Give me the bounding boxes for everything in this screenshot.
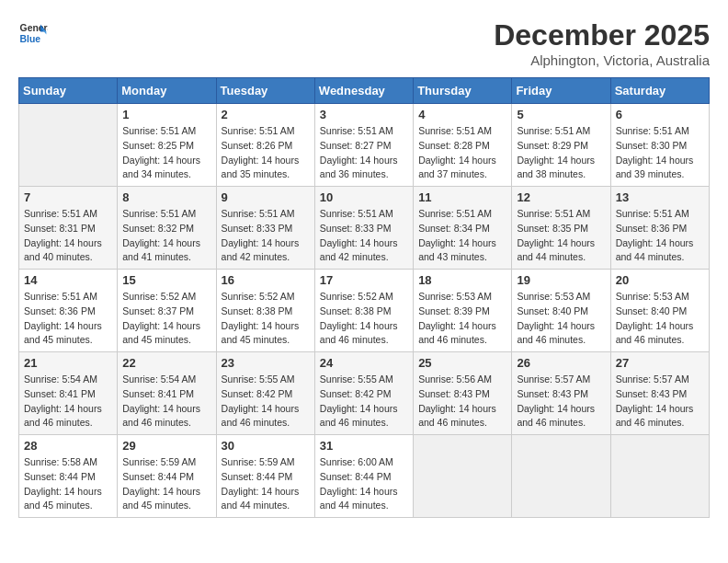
page-header: General Blue December 2025 Alphington, V… — [18, 18, 710, 68]
day-cell: 2Sunrise: 5:51 AM Sunset: 8:26 PM Daylig… — [216, 104, 314, 187]
day-cell: 26Sunrise: 5:57 AM Sunset: 8:43 PM Dayli… — [512, 352, 610, 435]
day-number: 4 — [418, 108, 506, 121]
calendar-table: SundayMondayTuesdayWednesdayThursdayFrid… — [18, 77, 710, 518]
day-number: 13 — [616, 190, 704, 204]
day-number: 31 — [320, 439, 408, 453]
day-number: 8 — [122, 190, 210, 204]
day-cell: 8Sunrise: 5:51 AM Sunset: 8:32 PM Daylig… — [118, 187, 216, 270]
day-number: 11 — [418, 190, 506, 204]
day-info: Sunrise: 5:57 AM Sunset: 8:43 PM Dayligh… — [517, 373, 605, 431]
day-cell: 18Sunrise: 5:53 AM Sunset: 8:39 PM Dayli… — [414, 270, 512, 352]
week-row-5: 28Sunrise: 5:58 AM Sunset: 8:44 PM Dayli… — [19, 435, 710, 518]
day-info: Sunrise: 5:53 AM Sunset: 8:39 PM Dayligh… — [418, 290, 506, 348]
day-number: 30 — [222, 439, 310, 453]
week-row-2: 7Sunrise: 5:51 AM Sunset: 8:31 PM Daylig… — [19, 187, 710, 270]
day-cell — [19, 104, 118, 187]
day-info: Sunrise: 5:51 AM Sunset: 8:28 PM Dayligh… — [418, 124, 506, 182]
location: Alphington, Victoria, Australia — [494, 52, 710, 68]
day-cell: 27Sunrise: 5:57 AM Sunset: 8:43 PM Dayli… — [610, 352, 709, 435]
day-info: Sunrise: 5:54 AM Sunset: 8:41 PM Dayligh… — [24, 373, 112, 431]
day-number: 1 — [122, 108, 210, 121]
day-number: 10 — [320, 190, 408, 204]
day-cell: 5Sunrise: 5:51 AM Sunset: 8:29 PM Daylig… — [512, 104, 610, 187]
month-year: December 2025 — [494, 18, 710, 52]
day-number: 22 — [122, 356, 210, 370]
day-cell: 1Sunrise: 5:51 AM Sunset: 8:25 PM Daylig… — [118, 104, 216, 187]
day-cell: 22Sunrise: 5:54 AM Sunset: 8:41 PM Dayli… — [118, 352, 216, 435]
day-cell: 13Sunrise: 5:51 AM Sunset: 8:36 PM Dayli… — [610, 187, 709, 270]
day-cell: 19Sunrise: 5:53 AM Sunset: 8:40 PM Dayli… — [512, 270, 610, 352]
week-row-4: 21Sunrise: 5:54 AM Sunset: 8:41 PM Dayli… — [19, 352, 710, 435]
day-cell — [610, 435, 709, 518]
day-number: 28 — [24, 439, 112, 453]
day-number: 14 — [24, 273, 112, 287]
day-number: 12 — [517, 190, 605, 204]
day-number: 15 — [122, 273, 210, 287]
day-cell: 29Sunrise: 5:59 AM Sunset: 8:44 PM Dayli… — [118, 435, 216, 518]
day-number: 25 — [418, 356, 506, 370]
day-cell: 16Sunrise: 5:52 AM Sunset: 8:38 PM Dayli… — [216, 270, 314, 352]
day-number: 26 — [517, 356, 605, 370]
day-info: Sunrise: 5:54 AM Sunset: 8:41 PM Dayligh… — [122, 373, 210, 431]
day-number: 9 — [222, 190, 310, 204]
day-info: Sunrise: 5:52 AM Sunset: 8:38 PM Dayligh… — [222, 290, 310, 348]
day-cell: 14Sunrise: 5:51 AM Sunset: 8:36 PM Dayli… — [19, 270, 118, 352]
day-info: Sunrise: 5:51 AM Sunset: 8:35 PM Dayligh… — [517, 207, 605, 265]
day-cell: 11Sunrise: 5:51 AM Sunset: 8:34 PM Dayli… — [414, 187, 512, 270]
day-cell: 15Sunrise: 5:52 AM Sunset: 8:37 PM Dayli… — [118, 270, 216, 352]
day-number: 5 — [517, 108, 605, 121]
week-row-3: 14Sunrise: 5:51 AM Sunset: 8:36 PM Dayli… — [19, 270, 710, 352]
day-cell: 30Sunrise: 5:59 AM Sunset: 8:44 PM Dayli… — [216, 435, 314, 518]
day-number: 23 — [222, 356, 310, 370]
day-cell: 24Sunrise: 5:55 AM Sunset: 8:42 PM Dayli… — [314, 352, 413, 435]
day-number: 20 — [616, 273, 704, 287]
week-row-1: 1Sunrise: 5:51 AM Sunset: 8:25 PM Daylig… — [19, 104, 710, 187]
day-cell: 6Sunrise: 5:51 AM Sunset: 8:30 PM Daylig… — [610, 104, 709, 187]
header-day-friday: Friday — [512, 78, 610, 104]
day-cell — [414, 435, 512, 518]
day-info: Sunrise: 5:51 AM Sunset: 8:29 PM Dayligh… — [517, 124, 605, 182]
logo-icon: General Blue — [18, 18, 48, 48]
day-number: 3 — [320, 108, 408, 121]
day-number: 6 — [616, 108, 704, 121]
day-info: Sunrise: 5:51 AM Sunset: 8:30 PM Dayligh… — [616, 124, 704, 182]
day-number: 16 — [222, 273, 310, 287]
day-cell: 10Sunrise: 5:51 AM Sunset: 8:33 PM Dayli… — [314, 187, 413, 270]
header-day-thursday: Thursday — [414, 78, 512, 104]
day-cell: 21Sunrise: 5:54 AM Sunset: 8:41 PM Dayli… — [19, 352, 118, 435]
header-day-tuesday: Tuesday — [216, 78, 314, 104]
day-number: 29 — [122, 439, 210, 453]
svg-text:Blue: Blue — [20, 34, 41, 44]
logo: General Blue — [18, 18, 48, 48]
day-cell: 7Sunrise: 5:51 AM Sunset: 8:31 PM Daylig… — [19, 187, 118, 270]
day-info: Sunrise: 5:51 AM Sunset: 8:25 PM Dayligh… — [122, 124, 210, 182]
day-cell: 28Sunrise: 5:58 AM Sunset: 8:44 PM Dayli… — [19, 435, 118, 518]
day-info: Sunrise: 5:55 AM Sunset: 8:42 PM Dayligh… — [320, 373, 408, 431]
day-info: Sunrise: 5:51 AM Sunset: 8:33 PM Dayligh… — [320, 207, 408, 265]
day-info: Sunrise: 5:52 AM Sunset: 8:37 PM Dayligh… — [122, 290, 210, 348]
day-info: Sunrise: 5:56 AM Sunset: 8:43 PM Dayligh… — [418, 373, 506, 431]
day-cell: 17Sunrise: 5:52 AM Sunset: 8:38 PM Dayli… — [314, 270, 413, 352]
day-cell: 9Sunrise: 5:51 AM Sunset: 8:33 PM Daylig… — [216, 187, 314, 270]
day-cell — [512, 435, 610, 518]
header-day-monday: Monday — [118, 78, 216, 104]
day-info: Sunrise: 5:51 AM Sunset: 8:27 PM Dayligh… — [320, 124, 408, 182]
day-info: Sunrise: 6:00 AM Sunset: 8:44 PM Dayligh… — [320, 455, 408, 513]
day-cell: 23Sunrise: 5:55 AM Sunset: 8:42 PM Dayli… — [216, 352, 314, 435]
day-info: Sunrise: 5:51 AM Sunset: 8:33 PM Dayligh… — [222, 207, 310, 265]
day-info: Sunrise: 5:59 AM Sunset: 8:44 PM Dayligh… — [222, 455, 310, 513]
day-info: Sunrise: 5:59 AM Sunset: 8:44 PM Dayligh… — [122, 455, 210, 513]
day-cell: 31Sunrise: 6:00 AM Sunset: 8:44 PM Dayli… — [314, 435, 413, 518]
day-number: 2 — [222, 108, 310, 121]
day-cell: 20Sunrise: 5:53 AM Sunset: 8:40 PM Dayli… — [610, 270, 709, 352]
day-info: Sunrise: 5:51 AM Sunset: 8:26 PM Dayligh… — [222, 124, 310, 182]
day-number: 24 — [320, 356, 408, 370]
day-info: Sunrise: 5:51 AM Sunset: 8:36 PM Dayligh… — [24, 290, 112, 348]
day-number: 18 — [418, 273, 506, 287]
header-day-wednesday: Wednesday — [314, 78, 413, 104]
day-number: 19 — [517, 273, 605, 287]
header-day-saturday: Saturday — [610, 78, 709, 104]
day-info: Sunrise: 5:57 AM Sunset: 8:43 PM Dayligh… — [616, 373, 704, 431]
day-info: Sunrise: 5:52 AM Sunset: 8:38 PM Dayligh… — [320, 290, 408, 348]
header-row: SundayMondayTuesdayWednesdayThursdayFrid… — [19, 78, 710, 104]
